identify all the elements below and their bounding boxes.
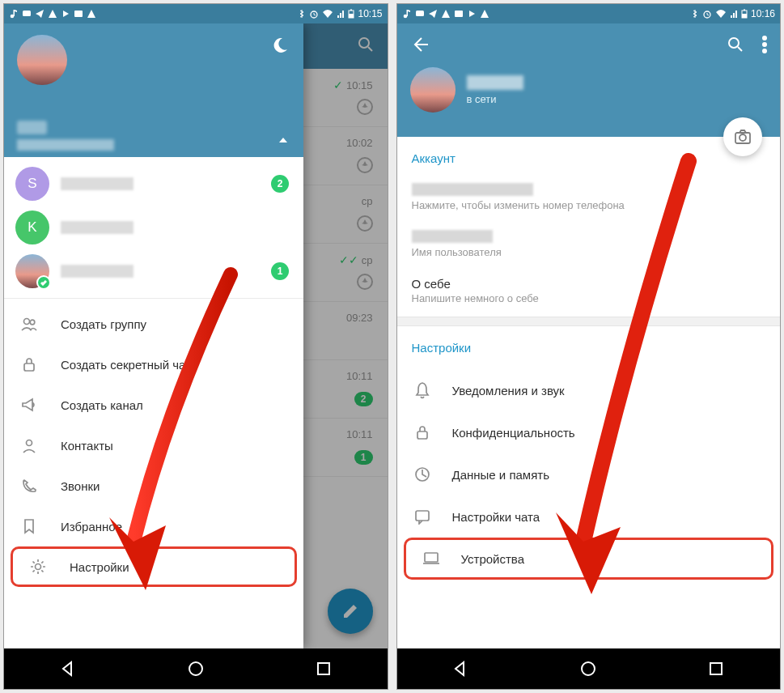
search-icon[interactable] [727,36,744,57]
section-title: Настройки [412,341,766,355]
svg-point-25 [729,38,739,48]
android-navbar [397,648,781,689]
item-label: Настройки чата [452,510,540,524]
menu-create-channel[interactable]: Создать канал [4,385,303,425]
statusbar: 10:16 [397,4,781,23]
settings-header: в сети [397,23,781,137]
telegram-icon [35,9,44,19]
svg-rect-3 [74,11,83,17]
gear-icon [28,558,49,576]
menu-contacts[interactable]: Контакты [4,425,303,466]
play-icon [61,9,70,19]
unread-badge: 2 [271,175,289,193]
account-name-blur [61,177,133,190]
active-check-icon [36,275,51,290]
svg-point-14 [36,564,41,570]
phone-icon [19,478,40,494]
alarm-icon [309,9,319,19]
settings-item-chat[interactable]: Настройки чата [397,495,781,538]
home-button[interactable] [578,659,598,678]
group-icon [19,315,40,333]
lock-icon [19,356,40,372]
account-item[interactable]: S 2 [4,162,303,206]
settings-item-data[interactable]: Данные и память [397,453,781,495]
svg-rect-32 [417,432,427,439]
settings-item-notifications[interactable]: Уведомления и звук [397,369,781,411]
phone-left: 10:15 ✓10:15 10:02 ср [3,3,388,690]
drawer-header [4,23,303,157]
menu-label: Создать канал [61,398,143,412]
menu-label: Создать секретный чат [61,358,191,372]
account-item[interactable]: 1 [4,249,303,293]
account-name-blur [61,221,133,234]
bell-icon [412,381,433,399]
drawer-menu: Создать группу Создать секретный чат Соз… [4,299,303,592]
unread-badge: 1 [271,262,289,280]
svg-line-26 [738,47,742,51]
megaphone-icon [19,397,40,413]
more-icon[interactable] [762,36,767,57]
profile-status: в сети [467,93,523,105]
username-row[interactable]: Имя пользователя [412,223,766,270]
account-name-blur [61,265,133,278]
svg-rect-2 [23,11,31,16]
clock: 10:16 [751,8,775,19]
statusbar: 10:15 [4,4,388,23]
menu-saved[interactable]: Избранное [4,506,303,546]
status-left-icons [402,9,489,19]
back-button[interactable] [58,659,78,678]
menu-label: Контакты [61,439,113,453]
avatar: S [15,167,49,201]
night-mode-toggle[interactable] [271,36,289,57]
settings-item-devices[interactable]: Устройства [404,538,774,580]
bio-row[interactable]: О себе Напишите немного о себе [412,270,766,308]
home-button[interactable] [186,659,206,678]
music-icon [9,9,19,19]
back-button[interactable] [451,659,470,678]
warning-icon [48,9,57,19]
image-icon [74,9,83,19]
menu-calls[interactable]: Звонки [4,466,303,506]
phone-row[interactable]: Нажмите, чтобы изменить номер телефона [412,176,766,223]
message-icon [22,9,32,19]
section-title: Аккаунт [412,151,766,165]
nav-drawer: S 2 K 1 Созда [4,23,303,648]
lock-icon [412,424,433,440]
account-item[interactable]: K [4,206,303,249]
svg-point-36 [582,662,595,675]
back-button[interactable] [410,35,430,57]
signal-icon [337,9,345,19]
menu-label: Звонки [61,479,100,493]
menu-settings[interactable]: Настройки [11,546,297,587]
recent-button[interactable] [314,659,333,678]
recent-button[interactable] [706,659,726,678]
phone-right: 10:16 в сети [396,3,782,690]
change-photo-fab[interactable] [723,117,762,156]
avatar[interactable] [17,35,67,85]
avatar[interactable] [410,67,456,113]
menu-create-secret[interactable]: Создать секретный чат [4,344,303,385]
svg-rect-37 [710,663,722,674]
svg-rect-24 [744,10,745,11]
svg-rect-6 [349,14,354,18]
row-sub: Напишите немного о себе [412,292,766,304]
section-divider [397,317,781,326]
account-expand-toggle[interactable] [278,133,289,147]
item-label: Данные и память [452,468,550,482]
status-left-icons [9,9,96,19]
svg-rect-12 [24,364,34,371]
svg-point-13 [27,440,32,446]
settings-item-privacy[interactable]: Конфиденциальность [397,411,781,453]
svg-point-15 [189,662,202,675]
profile-name-blur [467,75,523,90]
svg-point-11 [30,320,35,325]
bookmark-icon [19,518,40,534]
item-label: Конфиденциальность [452,426,575,440]
svg-rect-20 [455,11,463,17]
account-section: Аккаунт Нажмите, чтобы изменить номер те… [397,137,781,317]
menu-label: Создать группу [61,317,146,331]
phone-blur [17,139,114,151]
menu-create-group[interactable]: Создать группу [4,304,303,344]
menu-label: Избранное [61,520,122,534]
svg-point-29 [763,49,766,53]
